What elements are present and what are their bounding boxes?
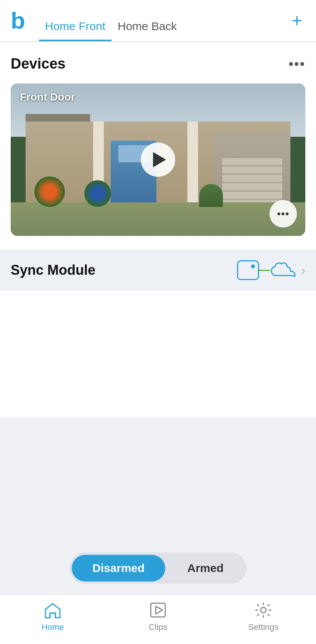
sync-box-icon (237, 260, 259, 280)
tab-home-front[interactable]: Home Front (39, 0, 111, 41)
scene-pillar-right (187, 122, 198, 205)
scene-garage (214, 132, 291, 205)
home-icon (43, 601, 63, 619)
header: b Home Front Home Back + (0, 0, 316, 42)
devices-more-button[interactable]: ••• (289, 56, 305, 72)
scene-flowers-center (84, 180, 111, 207)
devices-title: Devices (11, 56, 66, 72)
nav-item-clips[interactable]: Clips (105, 601, 211, 632)
armed-button[interactable]: Armed (167, 555, 244, 582)
nav-label-home: Home (42, 622, 64, 632)
sync-box-dot (251, 264, 255, 268)
content-spacer (0, 417, 316, 544)
scene-shrubs (199, 184, 223, 207)
bottom-nav: Home Clips Settings (0, 594, 316, 644)
clips-icon (148, 601, 168, 619)
devices-header: Devices ••• (11, 56, 305, 72)
play-button[interactable] (141, 143, 175, 177)
tab-home-back[interactable]: Home Back (111, 0, 183, 41)
sync-module-title: Sync Module (11, 262, 95, 278)
sync-module-section[interactable]: Sync Module › (0, 250, 316, 291)
disarmed-button[interactable]: Disarmed (72, 555, 165, 582)
svg-point-2 (261, 607, 266, 613)
camera-more-button[interactable]: ••• (269, 200, 297, 227)
svg-marker-1 (156, 606, 163, 614)
camera-more-icon: ••• (277, 208, 289, 220)
camera-label: Front Door (20, 91, 75, 103)
scene-flowers-left (34, 176, 65, 207)
camera-card[interactable]: Front Door ••• (11, 83, 305, 236)
nav-item-settings[interactable]: Settings (211, 601, 316, 632)
nav-label-settings: Settings (248, 622, 279, 632)
nav-item-home[interactable]: Home (0, 601, 105, 632)
scene-ground (11, 202, 305, 236)
scene-garage-door (222, 158, 283, 205)
app-logo: b (11, 9, 25, 32)
arm-toggle: Disarmed Armed (69, 553, 247, 584)
tab-bar: Home Front Home Back (39, 0, 289, 41)
play-icon (153, 152, 166, 167)
sync-module-icons: › (237, 260, 305, 280)
add-button[interactable]: + (289, 11, 305, 30)
arm-controls: Disarmed Armed (0, 543, 316, 594)
nav-label-clips: Clips (149, 622, 168, 632)
sync-connection-line (259, 270, 270, 271)
main-content: Devices ••• Front Door ••• (0, 42, 316, 417)
cloud-icon (270, 262, 297, 279)
chevron-right-icon: › (301, 263, 305, 277)
settings-icon (253, 601, 273, 619)
